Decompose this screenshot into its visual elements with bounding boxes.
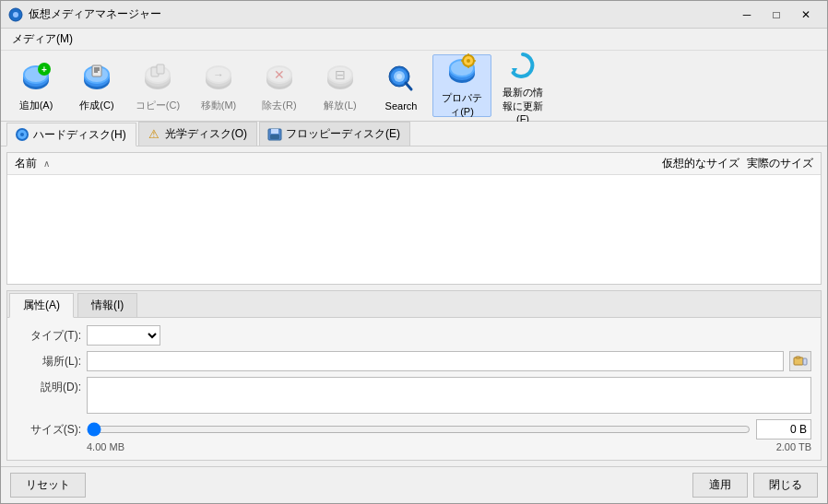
size-row: サイズ(S): 0 B 4.00 MB 2.00 TB — [17, 419, 811, 452]
toolbar-move-label: 移動(M) — [201, 99, 237, 112]
toolbar-refresh-button[interactable]: 最新の情報に更新(F) — [493, 54, 552, 117]
tab-hdd-label: ハードディスク(H) — [33, 127, 126, 143]
apply-button[interactable]: 適用 — [692, 473, 748, 498]
title-bar-controls: ─ □ ✕ — [733, 5, 820, 25]
title-bar-left: 仮想メディアマネージャー — [8, 6, 161, 22]
toolbar-remove-label: 除去(R) — [262, 99, 296, 112]
svg-rect-58 — [271, 129, 278, 134]
file-list-body[interactable] — [7, 175, 821, 284]
refresh-icon — [504, 48, 541, 83]
footer: リセット 適用 閉じる — [1, 466, 827, 503]
props-tabs: 属性(A) 情報(I) — [7, 291, 821, 318]
toolbar-release-label: 解放(L) — [324, 99, 356, 112]
toolbar-remove-button[interactable]: ✕ 除去(R) — [250, 54, 309, 117]
props-tab-info[interactable]: 情報(I) — [77, 293, 137, 317]
add-icon: + — [18, 59, 54, 96]
minimize-button[interactable]: ─ — [733, 5, 761, 25]
tab-optical[interactable]: ⚠ 光学ディスク(O) — [138, 122, 257, 146]
toolbar-refresh-label: 最新の情報に更新(F) — [498, 86, 548, 124]
svg-text:+: + — [41, 64, 47, 75]
toolbar-add-label: 追加(A) — [19, 99, 53, 112]
description-label: 説明(D): — [17, 377, 81, 395]
file-list-container: 名前 ∧ 仮想的なサイズ 実際のサイズ — [6, 152, 822, 285]
props-content: タイプ(T): 場所(L): — [7, 318, 821, 460]
type-row: タイプ(T): — [17, 325, 811, 346]
move-icon: → — [200, 59, 237, 96]
close-button[interactable]: ✕ — [792, 5, 820, 25]
toolbar-props-button[interactable]: プロパティ(P) — [432, 54, 491, 117]
toolbar: + 追加(A) 作成(C) — [1, 51, 827, 122]
maximize-button[interactable]: □ — [763, 5, 790, 25]
size-max-label: 2.00 TB — [776, 441, 811, 452]
toolbar-move-button[interactable]: → 移動(M) — [189, 54, 248, 117]
size-value[interactable]: 0 B — [756, 419, 811, 440]
size-slider[interactable] — [87, 420, 751, 439]
toolbar-search-button[interactable]: Search — [372, 54, 431, 117]
svg-point-48 — [467, 59, 470, 63]
svg-text:→: → — [213, 68, 224, 81]
file-list-header: 名前 ∧ 仮想的なサイズ 実際のサイズ — [7, 153, 821, 175]
location-browse-button[interactable] — [789, 351, 811, 371]
toolbar-create-button[interactable]: 作成(C) — [67, 54, 126, 117]
svg-point-56 — [20, 133, 24, 136]
props-tab-attributes[interactable]: 属性(A) — [9, 293, 74, 318]
tab-optical-label: 光学ディスク(O) — [165, 126, 247, 142]
svg-rect-62 — [803, 358, 807, 365]
location-input[interactable] — [87, 351, 784, 371]
svg-rect-21 — [157, 64, 164, 74]
toolbar-release-button[interactable]: ⊟ 解放(L) — [311, 54, 370, 117]
location-label: 場所(L): — [17, 354, 81, 369]
svg-text:⊟: ⊟ — [335, 67, 346, 82]
svg-line-41 — [406, 83, 411, 89]
col-actual-size: 実際のサイズ — [739, 156, 813, 171]
toolbar-copy-button[interactable]: コピー(C) — [128, 54, 187, 117]
release-icon: ⊟ — [322, 59, 359, 96]
toolbar-add-button[interactable]: + 追加(A) — [6, 54, 65, 117]
description-input[interactable] — [87, 377, 811, 414]
remove-icon: ✕ — [261, 59, 298, 96]
size-labels: 4.00 MB 2.00 TB — [17, 441, 811, 452]
svg-rect-59 — [270, 135, 279, 139]
type-label: タイプ(T): — [17, 328, 81, 344]
tab-floppy-label: フロッピーディスク(E) — [286, 126, 400, 142]
location-row: 場所(L): — [17, 351, 811, 371]
title-bar: 仮想メディアマネージャー ─ □ ✕ — [1, 1, 827, 29]
tab-bar: ハードディスク(H) ⚠ 光学ディスク(O) フロッピーディスク(E) — [1, 122, 827, 147]
main-window: 仮想メディアマネージャー ─ □ ✕ メディア(M) + 追 — [0, 0, 828, 504]
type-select[interactable] — [87, 325, 160, 346]
tab-floppy[interactable]: フロッピーディスク(E) — [259, 122, 410, 146]
toolbar-copy-label: コピー(C) — [136, 99, 180, 112]
main-content: 名前 ∧ 仮想的なサイズ 実際のサイズ 属性(A) 情報(I) タイプ(T): — [1, 147, 827, 466]
optical-tab-icon: ⚠ — [147, 127, 161, 142]
tab-hdd[interactable]: ハードディスク(H) — [6, 123, 136, 147]
toolbar-props-label: プロパティ(P) — [437, 91, 487, 119]
svg-rect-61 — [796, 357, 800, 358]
svg-point-1 — [13, 12, 18, 18]
col-name: 名前 ∧ — [15, 156, 656, 171]
properties-panel: 属性(A) 情報(I) タイプ(T): 場所(L): — [6, 290, 822, 461]
col-virtual-size: 仮想的なサイズ — [656, 156, 739, 171]
search-icon — [383, 61, 420, 98]
footer-left: リセット — [10, 473, 86, 498]
svg-point-40 — [396, 74, 402, 79]
footer-right: 適用 閉じる — [692, 473, 818, 498]
size-label: サイズ(S): — [17, 422, 81, 438]
create-icon — [78, 59, 115, 96]
window-title: 仮想メディアマネージャー — [29, 6, 161, 22]
close-dialog-button[interactable]: 閉じる — [753, 473, 818, 498]
svg-rect-12 — [92, 65, 101, 76]
size-min-label: 4.00 MB — [87, 441, 124, 452]
reset-button[interactable]: リセット — [10, 473, 86, 498]
size-top: サイズ(S): 0 B — [17, 419, 811, 440]
props-icon — [444, 53, 480, 88]
menu-media[interactable]: メディア(M) — [5, 29, 80, 49]
description-row: 説明(D): — [17, 377, 811, 414]
floppy-tab-icon — [267, 127, 282, 142]
menu-bar: メディア(M) — [1, 29, 827, 51]
sort-arrow: ∧ — [43, 158, 50, 169]
toolbar-create-label: 作成(C) — [79, 99, 113, 112]
hdd-tab-icon — [15, 127, 30, 142]
copy-icon — [139, 59, 176, 96]
app-icon — [8, 7, 23, 22]
svg-text:✕: ✕ — [274, 67, 285, 82]
